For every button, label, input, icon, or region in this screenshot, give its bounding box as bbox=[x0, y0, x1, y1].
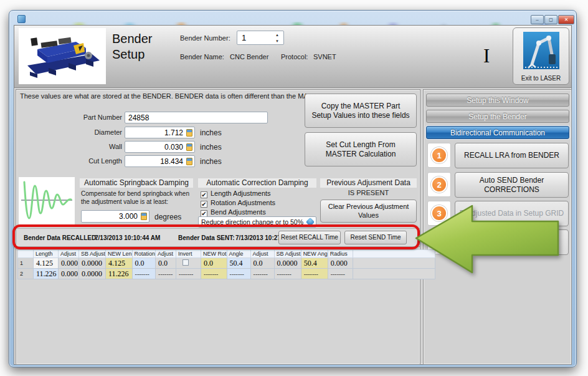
step-1-badge: 1 bbox=[427, 143, 451, 168]
cell-angle[interactable]: ------- bbox=[227, 269, 250, 279]
cut-length-unit: inches bbox=[200, 157, 222, 166]
spinner-down-icon[interactable]: ▼ bbox=[273, 38, 281, 44]
cell-new-rot[interactable]: 0.0 bbox=[201, 258, 227, 269]
springback-unit: degrees bbox=[154, 213, 181, 221]
auto-send-corrections-button[interactable]: Auto SEND Bender CORRECTIONS bbox=[455, 172, 569, 198]
part-number-label: Part Number bbox=[61, 113, 122, 121]
cell-length[interactable]: 4.125 bbox=[34, 258, 59, 269]
cell-radius[interactable]: 0.000 bbox=[328, 258, 353, 269]
col-header-angle: Angle bbox=[227, 250, 250, 258]
lra-data-grid: Length Adjust SB Adjust NEW Len Rotation… bbox=[17, 249, 435, 279]
cell-adjust[interactable]: 0.000 bbox=[59, 269, 79, 279]
diameter-input[interactable]: 1.712 bbox=[125, 127, 195, 138]
cell-sb-adjust[interactable]: 0.0000 bbox=[79, 258, 106, 269]
protocol-value: SVNET bbox=[313, 53, 336, 60]
rotation-adjustments-checkbox[interactable]: ✔Rotation Adjustments bbox=[201, 199, 275, 208]
wall-unit: inches bbox=[200, 143, 222, 152]
col-header-length: Length bbox=[34, 250, 59, 258]
cell-filler bbox=[353, 269, 435, 279]
adjusted-data-grid-button[interactable]: R Adjusted Data in Setup GRID bbox=[455, 201, 569, 226]
cell-angle[interactable]: 50.4 bbox=[227, 258, 250, 269]
calculator-icon[interactable] bbox=[141, 213, 147, 220]
cell-rotation[interactable]: ------- bbox=[132, 269, 156, 279]
screenshot-stage: – ◻ ✕ Bender Setup Bender Number: bbox=[0, 0, 588, 376]
cell-adjust3[interactable]: ------- bbox=[250, 269, 274, 279]
cell-rotation[interactable]: 0.0 bbox=[132, 258, 156, 269]
part-number-value: 24858 bbox=[128, 113, 149, 122]
step-1-number: 1 bbox=[431, 147, 447, 163]
bend-adjustments-checkbox[interactable]: ✔Bend Adjustments bbox=[201, 208, 266, 217]
close-button[interactable]: ✕ bbox=[558, 15, 574, 24]
recall-lra-button[interactable]: RECALL LRA from BENDER bbox=[455, 143, 569, 168]
col-header-filler bbox=[353, 250, 435, 258]
cell-sb-adjust2[interactable]: ------- bbox=[274, 269, 301, 279]
cell-adjust3[interactable]: 0.0 bbox=[250, 258, 274, 269]
cell-sb-adjust2[interactable]: 0.0000 bbox=[274, 258, 301, 269]
spinner-up-icon[interactable]: ▲ bbox=[273, 32, 281, 38]
previous-data-header: Previous Adjusment Data bbox=[320, 178, 417, 188]
diameter-unit: inches bbox=[200, 128, 222, 137]
cell-radius[interactable]: ------- bbox=[328, 269, 353, 279]
cell-new-len[interactable]: 11.226 bbox=[106, 269, 133, 279]
diameter-label: Diameter bbox=[61, 128, 122, 136]
exit-to-laser-button[interactable]: Exit to LASER bbox=[513, 27, 569, 85]
col-header-radius: Radius bbox=[328, 250, 353, 258]
col-header-adjust2: Adjust bbox=[156, 250, 176, 258]
clear-previous-values-button[interactable]: Clear Previous Adjustment Values bbox=[320, 200, 417, 223]
cell-new-ang[interactable]: ------- bbox=[301, 269, 328, 279]
row-number: 1 bbox=[18, 258, 34, 269]
step-2-number: 2 bbox=[431, 176, 447, 193]
springback-degrees-input[interactable]: 3.000 bbox=[81, 210, 149, 223]
length-adjustments-label: Length Adjustments bbox=[211, 190, 271, 197]
springback-degrees-value: 3.000 bbox=[119, 212, 138, 221]
cell-new-len[interactable]: 4.125 bbox=[106, 258, 133, 269]
col-header-invert: Invert bbox=[176, 250, 201, 258]
cell-new-ang[interactable]: 50.4 bbox=[301, 258, 328, 269]
wall-value: 0.030 bbox=[164, 143, 183, 152]
part-number-input[interactable]: 24858 bbox=[125, 112, 268, 123]
invert-checkbox[interactable] bbox=[183, 259, 189, 266]
cell-sb-adjust[interactable]: 0.0000 bbox=[79, 269, 106, 279]
bend-adjustments-label: Bend Adjustments bbox=[211, 208, 266, 216]
springback-description: Compensate for bend springback when the … bbox=[81, 190, 193, 206]
wall-input[interactable]: 0.030 bbox=[125, 141, 195, 153]
col-header-new-len: NEW Len bbox=[106, 250, 133, 258]
col-header-adjust3: Adjust bbox=[250, 250, 274, 258]
maximize-button[interactable]: ◻ bbox=[544, 15, 557, 24]
cell-invert[interactable]: ------- bbox=[176, 269, 201, 279]
cell-adjust2[interactable]: 0.0 bbox=[156, 258, 176, 269]
app-icon bbox=[17, 15, 26, 23]
calculator-icon[interactable] bbox=[186, 158, 192, 165]
reset-recall-time-button[interactable]: Reset RECALL Time bbox=[278, 231, 341, 244]
bender-machine-image bbox=[19, 28, 106, 84]
cell-new-rot[interactable]: ------- bbox=[201, 269, 227, 279]
tab-setup-this-window[interactable]: Setup this Window bbox=[426, 94, 569, 107]
hidden-step-button[interactable] bbox=[455, 229, 569, 255]
length-adjustments-checkbox[interactable]: ✔Length Adjustments bbox=[201, 190, 271, 198]
rotation-adjustments-label: Rotation Adjustments bbox=[211, 199, 275, 206]
col-header-rotation: Rotation bbox=[132, 250, 156, 258]
calculator-icon[interactable] bbox=[186, 129, 192, 137]
copy-master-values-button[interactable]: Copy the MASTER Part Setup Values into t… bbox=[305, 94, 417, 128]
cell-invert bbox=[176, 258, 201, 269]
laser-arm-icon bbox=[523, 32, 559, 73]
cell-adjust2[interactable]: ------- bbox=[156, 269, 176, 279]
correction-header: Automatic Correction Damping bbox=[198, 178, 316, 188]
set-cut-length-button[interactable]: Set Cut Length From MASTER Calculation bbox=[305, 132, 417, 166]
cut-length-input[interactable]: 18.434 bbox=[125, 155, 195, 167]
col-header-new-rot: NEW Rot bbox=[201, 250, 227, 258]
reset-send-time-button[interactable]: Reset SEND Time bbox=[344, 231, 407, 244]
col-header-new-ang: NEW Ang bbox=[301, 250, 328, 258]
minimize-button[interactable]: – bbox=[531, 15, 544, 24]
tab-setup-the-bender[interactable]: Setup the Bender bbox=[426, 110, 569, 123]
protocol-label: Protocol: bbox=[281, 53, 308, 60]
cell-length[interactable]: 11.226 bbox=[34, 269, 59, 279]
cell-adjust[interactable]: 0.000 bbox=[59, 258, 79, 269]
tab-bidirectional-communication[interactable]: Bidirectional Communication bbox=[426, 126, 569, 139]
table-row: 1 4.125 0.000 0.0000 4.125 0.0 0.0 0.0 5… bbox=[18, 258, 435, 269]
bender-number-spinner[interactable]: 1 ▲ ▼ bbox=[237, 31, 284, 45]
page-title-line2: Setup bbox=[112, 47, 153, 62]
col-header-sb-adjust: SB Adjust bbox=[79, 250, 106, 258]
cut-length-value: 18.434 bbox=[160, 157, 183, 166]
calculator-icon[interactable] bbox=[186, 143, 192, 151]
